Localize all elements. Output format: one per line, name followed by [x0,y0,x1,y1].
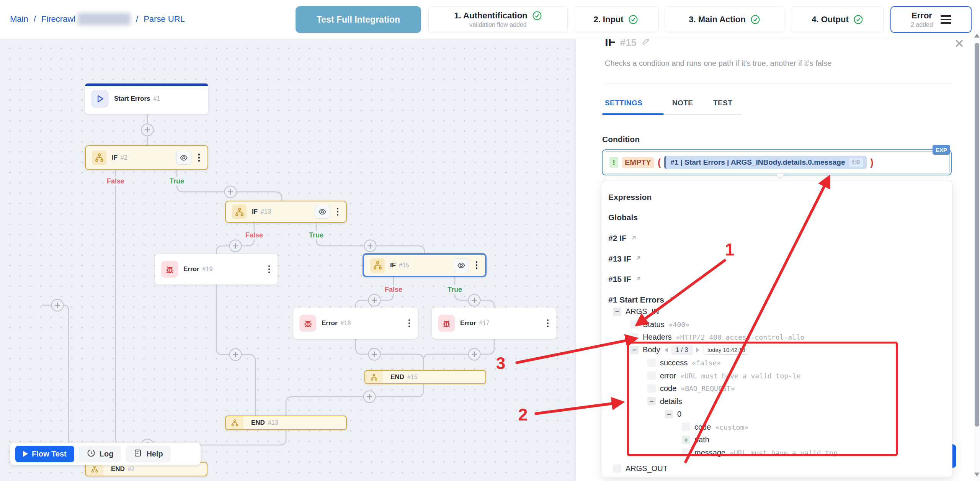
open-external-icon[interactable] [668,294,675,305]
open-external-icon[interactable] [630,233,637,243]
node-start-1[interactable]: Start Errors#1 [85,83,208,114]
picker-item[interactable]: Expression [608,193,652,202]
tree-row[interactable]: Status«400» [630,320,689,329]
open-external-icon[interactable] [635,254,642,264]
tab-test[interactable]: TEST [713,99,732,107]
kebab-menu-icon[interactable] [197,152,202,163]
tree-row[interactable]: +path [682,435,709,444]
flow-canvas[interactable]: Start Errors#1IF#2IF#13Error#19IF#15Erro… [0,39,575,481]
expand-toggle[interactable]: + [682,435,690,444]
open-external-icon[interactable] [635,274,642,284]
step-error[interactable]: Error 2 added [890,6,972,33]
add-node-plus-button[interactable] [230,240,242,252]
tree-label: Headers [643,333,672,342]
eye-icon[interactable] [176,151,191,165]
node-label: IF [112,154,118,162]
add-node-plus-button[interactable] [142,124,154,136]
test-full-integration-button[interactable]: Test Full Integration [296,6,421,33]
tree-row[interactable]: Headers«HTTP/2 400 access-control-allo [630,333,805,342]
field-checkbox[interactable] [682,423,690,431]
field-checkbox[interactable] [647,384,656,393]
field-checkbox[interactable] [682,448,690,457]
step-output[interactable]: 4. Output [791,6,884,33]
kebab-menu-icon[interactable] [335,206,340,218]
kebab-menu-icon[interactable] [546,318,550,329]
modifier-chip[interactable]: f:0 [849,158,863,167]
tree-row[interactable]: −details [647,397,682,406]
field-checkbox[interactable] [647,371,656,380]
node-label: Error [183,265,199,273]
field-checkbox[interactable] [647,358,656,367]
step-input[interactable]: 2. Input [573,6,659,33]
picker-item[interactable]: #15 IF [608,274,642,284]
log-label: Log [100,450,114,458]
picker-item[interactable]: #13 IF [608,254,642,264]
add-node-plus-button[interactable] [369,348,381,360]
tree-row[interactable]: error«URL must have a valid top-le [647,371,801,380]
tab-note[interactable]: NOTE [672,99,693,107]
node-label: IF [390,262,396,269]
breadcrumb-firecrawl[interactable]: Firecrawl [41,13,131,25]
kebab-menu-icon[interactable] [474,260,479,271]
tree-row[interactable]: code«custom» [682,422,748,431]
add-node-plus-button[interactable] [369,294,381,306]
picker-item[interactable]: #1 Start Errors [608,294,675,305]
collapse-toggle[interactable]: − [630,346,639,354]
step-main-action[interactable]: 3. Main Action [665,6,784,33]
node-error-17[interactable]: Error#17 [432,308,556,339]
picker-item-label: #13 IF [608,254,631,263]
collapse-toggle[interactable]: − [647,397,656,406]
add-node-plus-button[interactable] [469,294,480,306]
collapse-toggle[interactable]: − [665,410,673,418]
timestamp-chip: today 10:42:18 [704,345,749,355]
tree-row[interactable]: code«BAD_REQUEST» [647,384,735,393]
scrollbar-thumb[interactable] [975,43,979,427]
open-paren-token: ( [658,157,661,168]
kebab-menu-icon[interactable] [267,264,272,275]
kebab-menu-icon[interactable] [407,318,412,329]
tree-row[interactable]: ARGS_OUT [613,464,668,473]
flow-test-button[interactable]: Flow Test [15,446,74,462]
add-node-plus-button[interactable] [364,391,376,403]
field-checkbox[interactable] [630,320,639,329]
add-node-plus-button[interactable] [52,299,64,311]
tree-row[interactable]: −ARGS_IN [613,307,659,316]
pager-next-icon[interactable] [696,347,699,353]
help-button[interactable]: Help [126,446,170,462]
flow-edge [116,170,141,445]
scrollbar-up-arrow[interactable] [974,34,980,38]
picker-item[interactable]: Globals [608,213,638,222]
add-node-plus-button[interactable] [225,186,237,198]
scrollbar-down-arrow[interactable] [974,473,980,476]
node-if-15[interactable]: IF#15 [363,253,487,277]
tree-row[interactable]: success«false» [647,358,721,367]
add-node-plus-button[interactable] [230,349,242,361]
condition-expression-input[interactable]: ! EMPTY ( #1 | Start Errors | ARGS_INBod… [602,149,952,175]
node-end-15[interactable]: END#15 [364,370,486,384]
breadcrumb-parse-url[interactable]: Parse URL [144,14,185,24]
collapse-toggle[interactable]: − [613,307,621,316]
tab-settings[interactable]: SETTINGS [605,99,642,107]
tree-row[interactable]: −0 [665,410,681,419]
pager-prev-icon[interactable] [665,347,668,353]
picker-item[interactable]: #2 IF [608,233,637,243]
node-error-19[interactable]: Error#19 [155,254,278,285]
node-number: #15 [399,262,409,269]
node-if-2[interactable]: IF#2 [85,145,208,170]
node-label: Start Errors [114,95,150,103]
variable-pill[interactable]: #1 | Start Errors | ARGS_INBody.details.… [664,156,867,169]
tree-row[interactable]: −Body1 / 3today 10:42:18 [630,345,749,355]
tree-row[interactable]: message«URL must have a valid top [682,448,838,457]
add-node-plus-button[interactable] [364,240,376,252]
eye-icon[interactable] [454,258,469,272]
add-node-plus-button[interactable] [469,348,480,360]
node-error-18[interactable]: Error#18 [293,308,418,339]
eye-icon[interactable] [315,205,330,219]
step-authentification[interactable]: 1. Authentification validation flow adde… [428,6,568,33]
breadcrumb-main[interactable]: Main [10,14,28,24]
node-if-13[interactable]: IF#13 [225,201,347,223]
node-end-13[interactable]: END#13 [225,416,347,430]
field-checkbox[interactable] [630,333,639,341]
log-button[interactable]: Log [79,446,121,462]
field-checkbox[interactable] [613,464,621,473]
